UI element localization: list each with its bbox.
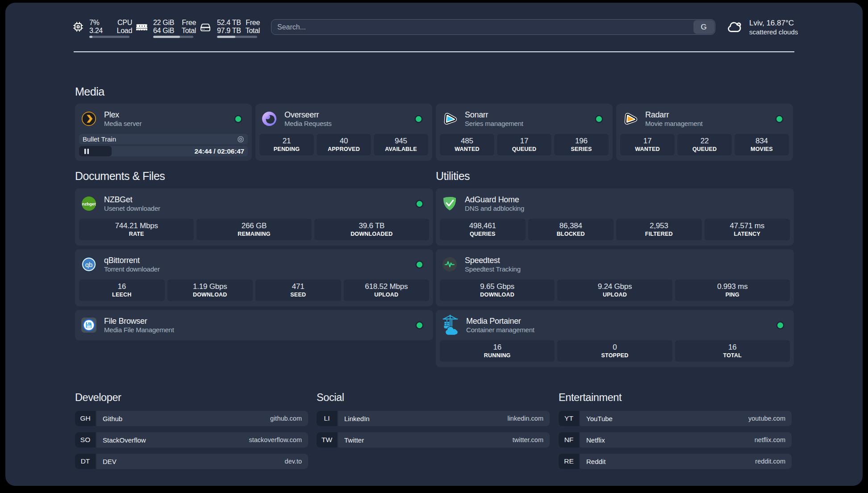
svg-text:nzbget: nzbget bbox=[82, 201, 96, 206]
svg-text:qb: qb bbox=[85, 261, 93, 268]
